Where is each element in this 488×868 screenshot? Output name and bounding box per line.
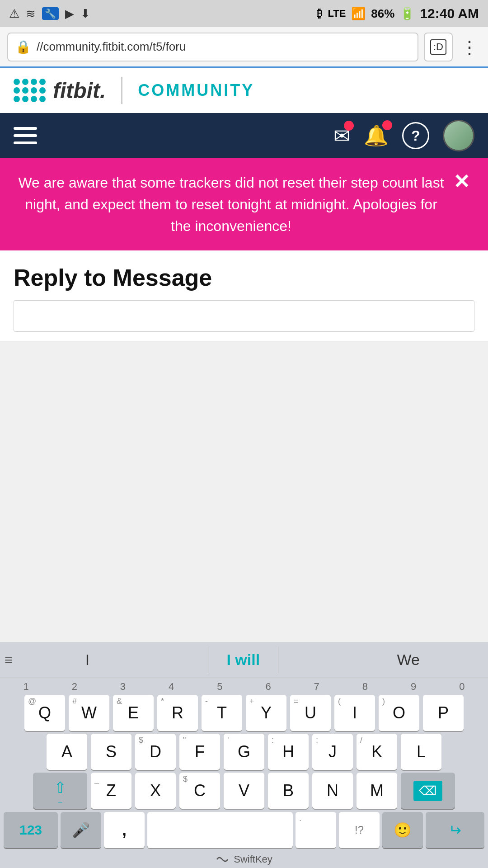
key-e[interactable]: & E <box>113 695 154 731</box>
keyboard-row-2: A S $ D " F ' G : H ; J / K L <box>0 732 488 771</box>
browser-bar: 🔒 //community.fitbit.com/t5/foru :D ⋮ <box>0 27 488 68</box>
key-w[interactable]: # W <box>69 695 109 731</box>
swiftkey-label: SwiftKey <box>234 854 272 865</box>
key-j[interactable]: ; J <box>312 734 353 770</box>
alert-close-button[interactable]: ✕ <box>453 172 470 192</box>
key-g[interactable]: ' G <box>224 734 264 770</box>
tab-button[interactable]: :D <box>424 33 453 61</box>
key-i[interactable]: ( I <box>334 695 375 731</box>
key-l[interactable]: L <box>401 734 441 770</box>
status-bar-right: ₿ LTE 📶 86% 🔋 12:40 AM <box>317 6 479 21</box>
keyboard-bottom-row: 123 🎤 , . !? 🙂 ↵ <box>0 810 488 852</box>
wrench-icon: 🔧 <box>42 7 59 20</box>
key-h[interactable]: : H <box>268 734 309 770</box>
url-bar[interactable]: 🔒 //community.fitbit.com/t5/foru <box>7 33 418 61</box>
key-period[interactable]: . <box>296 812 336 848</box>
suggestions-menu-icon[interactable]: ≡ <box>5 652 13 668</box>
suggestion-center[interactable]: I will <box>208 646 278 673</box>
key-q[interactable]: @ Q <box>24 695 65 731</box>
community-label: COMMUNITY <box>138 81 254 100</box>
key-s[interactable]: S <box>91 734 131 770</box>
enter-icon: ↵ <box>449 821 461 839</box>
page-content: Reply to Message <box>0 250 488 341</box>
browser-menu-button[interactable]: ⋮ <box>458 37 481 57</box>
lock-icon: 🔒 <box>15 39 31 54</box>
notifications-button[interactable]: 🔔 <box>364 124 389 147</box>
key-n[interactable]: N <box>312 773 353 809</box>
word-suggestions: I I will We <box>22 646 483 673</box>
num-key-1[interactable]: 1 <box>5 681 48 693</box>
status-time: 12:40 AM <box>420 6 479 21</box>
help-button[interactable]: ? <box>402 122 429 149</box>
key-y[interactable]: + Y <box>246 695 286 731</box>
status-bar-left: ⚠ ≋ 🔧 ▶ ⬇ <box>9 7 90 21</box>
num-key-5[interactable]: 5 <box>198 681 241 693</box>
num-key-6[interactable]: 6 <box>247 681 290 693</box>
numeric-mode-key[interactable]: 123 <box>4 812 58 848</box>
key-d[interactable]: $ D <box>135 734 176 770</box>
key-u[interactable]: = U <box>290 695 331 731</box>
key-f[interactable]: " F <box>179 734 220 770</box>
key-o[interactable]: ) O <box>379 695 419 731</box>
avatar-image <box>444 121 473 150</box>
microphone-key[interactable]: 🎤 <box>61 812 101 848</box>
hamburger-line <box>14 134 37 137</box>
fitbit-logo[interactable]: fitbit. <box>14 78 106 103</box>
avatar <box>443 120 474 151</box>
key-z[interactable]: _ Z <box>91 773 131 809</box>
backspace-bg: ⌫ <box>413 781 442 801</box>
suggestion-right[interactable]: We <box>388 646 428 673</box>
profile-button[interactable] <box>443 120 474 151</box>
emoji-icon: 🙂 <box>394 821 412 839</box>
hamburger-line <box>14 142 37 144</box>
swiftkey-branding: SwiftKey <box>0 852 488 868</box>
key-m[interactable]: M <box>357 773 397 809</box>
key-r[interactable]: * R <box>157 695 198 731</box>
suggestion-left[interactable]: I <box>76 646 99 673</box>
battery-icon: 🔋 <box>400 7 414 21</box>
swiftkey-logo-icon <box>216 855 229 864</box>
num-key-0[interactable]: 0 <box>440 681 483 693</box>
help-circle-icon: ? <box>402 122 429 149</box>
num-key-3[interactable]: 3 <box>101 681 145 693</box>
backspace-key[interactable]: ⌫ <box>401 773 455 809</box>
shift-key[interactable]: ⇧ _ <box>33 773 87 809</box>
alert-icon: ⚠ <box>9 7 19 21</box>
key-k[interactable]: / K <box>357 734 397 770</box>
key-p[interactable]: P <box>423 695 464 731</box>
key-a[interactable]: A <box>47 734 87 770</box>
reply-to-message-title: Reply to Message <box>14 264 474 291</box>
keyboard: ≡ I I will We 1 2 3 4 5 6 7 8 9 0 @ Q # … <box>0 642 488 868</box>
fitbit-wordmark: fitbit. <box>53 78 106 103</box>
battery-level: 86% <box>371 7 394 21</box>
key-t[interactable]: - T <box>202 695 242 731</box>
hamburger-menu-button[interactable] <box>14 127 37 144</box>
keyboard-row-3: ⇧ _ _ Z X $ C V B N M ⌫ <box>0 771 488 810</box>
shift-icon: ⇧ <box>54 778 66 797</box>
key-comma[interactable]: , <box>104 812 145 848</box>
key-c[interactable]: $ C <box>179 773 220 809</box>
backspace-icon: ⌫ <box>419 784 437 798</box>
num-key-7[interactable]: 7 <box>295 681 338 693</box>
signal-strength-icon: 📶 <box>351 7 366 21</box>
num-key-2[interactable]: 2 <box>53 681 96 693</box>
enter-key[interactable]: ↵ <box>426 812 484 848</box>
num-key-8[interactable]: 8 <box>343 681 387 693</box>
messages-button[interactable]: ✉ <box>333 124 350 147</box>
key-v[interactable]: V <box>224 773 264 809</box>
num-key-4[interactable]: 4 <box>150 681 193 693</box>
play-icon: ▶ <box>65 7 74 21</box>
header-divider <box>121 77 122 104</box>
keyboard-row-1: @ Q # W & E * R - T + Y = U ( I <box>0 693 488 732</box>
reply-input[interactable] <box>14 300 474 332</box>
key-x[interactable]: X <box>135 773 176 809</box>
num-key-9[interactable]: 9 <box>392 681 435 693</box>
key-symbols-alt[interactable]: !? <box>339 812 380 848</box>
emoji-key[interactable]: 🙂 <box>382 812 423 848</box>
alert-banner: We are aware that some trackers did not … <box>0 158 488 250</box>
signal-icon: ≋ <box>26 7 36 21</box>
key-b[interactable]: B <box>268 773 309 809</box>
space-key[interactable] <box>147 812 293 848</box>
microphone-icon: 🎤 <box>72 821 90 839</box>
url-text: //community.fitbit.com/t5/foru <box>37 40 410 54</box>
